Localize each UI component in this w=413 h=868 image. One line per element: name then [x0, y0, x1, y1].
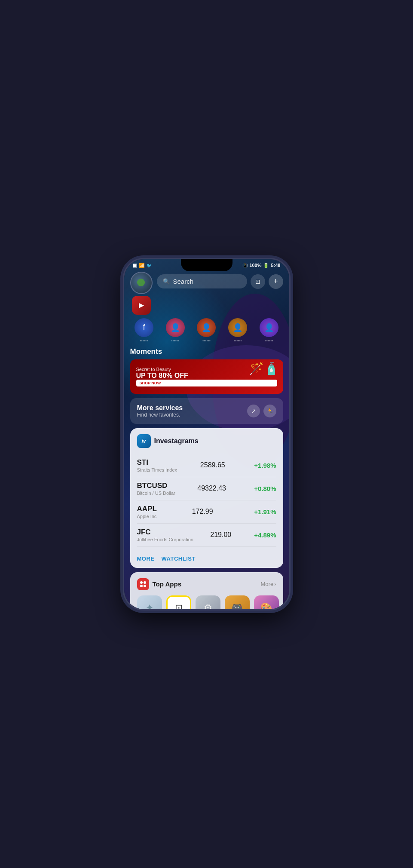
friend-name-4: ••••••: [227, 339, 248, 343]
friend-item-3[interactable]: 👤 ••••••: [193, 318, 220, 343]
stock-change-sti: +1.98%: [248, 462, 276, 469]
investagrams-logo: iv: [137, 434, 151, 448]
stock-row-btc[interactable]: BTCUSD Bitcoin / US Dollar 49322.43 +0.8…: [137, 477, 276, 500]
more-services-title: More services: [137, 404, 183, 412]
phone-frame: ▣ 📶 🐦 📳 100% 🔋 5:48 ▶: [123, 258, 291, 610]
notification-icon: 🐦: [147, 263, 152, 268]
avatar-sub-icon: ▶: [139, 301, 144, 309]
search-text: Search: [173, 278, 194, 285]
top-apps-left: Top Apps: [137, 578, 182, 590]
friend-name-2: ••••••: [165, 339, 186, 343]
service-icon-arrow: ↗: [251, 408, 256, 414]
app-icon-4[interactable]: 🎮: [225, 595, 250, 609]
friends-row: f •••••• 👤 •••••• 👤 ••••••: [130, 318, 283, 343]
stock-ticker-sti: STI: [137, 458, 177, 467]
friend-name-3: ••••••: [196, 339, 217, 343]
service-icon-person: 🏃: [266, 408, 273, 414]
friend-item-4[interactable]: 👤 ••••••: [224, 318, 252, 343]
stock-name-jfc: Jollibee Foods Corporation: [137, 537, 193, 542]
stock-row-jfc[interactable]: JFC Jollibee Foods Corporation 219.00 +4…: [137, 524, 276, 547]
friend-icon-5: 👤: [264, 323, 274, 332]
friend-item-2[interactable]: 👤 ••••••: [161, 318, 189, 343]
dot-2: [144, 581, 146, 584]
stock-price-jfc: 219.00: [210, 531, 231, 539]
app-icon-2-glyph: ⊡: [175, 602, 183, 609]
watchlist-link[interactable]: WATCHLIST: [162, 555, 196, 562]
stock-name-sti: Straits Times Index: [137, 467, 177, 472]
stock-change-btc: +0.80%: [248, 485, 276, 492]
app-icon-3[interactable]: ⚙: [196, 595, 220, 609]
battery-icon: 🔋: [263, 263, 269, 268]
apps-row: ✦ ⊡ ⚙ 🎮 🎨: [137, 595, 276, 609]
stock-price-btc: 49322.43: [197, 485, 226, 492]
stock-name-btc: Bitcoin / US Dollar: [137, 491, 175, 496]
add-button[interactable]: +: [269, 274, 283, 289]
top-apps-icon-grid: [140, 581, 146, 587]
friend-name-1: ••••••: [133, 339, 155, 343]
banner-cta[interactable]: SHOP NOW: [136, 380, 277, 386]
stock-left-aapl: AAPL Apple Inc: [137, 505, 157, 519]
more-link[interactable]: MORE: [137, 555, 155, 562]
main-content: ▶ 🔍 Search ⊡ +: [124, 270, 289, 609]
stock-left-btc: BTCUSD Bitcoin / US Dollar: [137, 482, 175, 496]
add-icon: +: [273, 277, 278, 286]
avatar-main[interactable]: [130, 272, 153, 294]
vibrate-icon: 📳: [242, 263, 248, 268]
more-services-icons: ↗ 🏃: [247, 405, 276, 417]
search-icon: 🔍: [163, 278, 170, 285]
app-icon-1-glyph: ✦: [146, 602, 153, 609]
notch: [181, 259, 233, 271]
moments-section: Moments Secret to Beauty UP TO 80% OFF S…: [130, 347, 283, 394]
friend-icon-3: 👤: [202, 323, 211, 332]
friend-avatar-3: 👤: [197, 318, 216, 337]
friend-item-1[interactable]: f ••••••: [130, 318, 158, 343]
stock-price-aapl: 172.99: [192, 508, 213, 515]
app-icon-2[interactable]: ⊡: [166, 595, 191, 609]
friend-icon-2: 👤: [171, 323, 180, 332]
more-services-subtitle: Find new favorites.: [137, 412, 183, 418]
search-bar: 🔍 Search ⊡ +: [157, 274, 283, 289]
friend-avatar-2: 👤: [166, 318, 185, 337]
stock-ticker-btc: BTCUSD: [137, 482, 175, 490]
stock-row-sti[interactable]: STI Straits Times Index 2589.65 +1.98%: [137, 454, 276, 477]
top-apps-more[interactable]: More ›: [261, 581, 276, 587]
investagrams-card: iv Investagrams STI Straits Times Index …: [130, 428, 283, 568]
friend-icon-4: 👤: [233, 323, 242, 332]
stock-row-aapl[interactable]: AAPL Apple Inc 172.99 +1.91%: [137, 500, 276, 524]
status-right: 📳 100% 🔋 5:48: [242, 263, 280, 268]
banner-ad[interactable]: Secret to Beauty UP TO 80% OFF SHOP NOW …: [130, 359, 283, 394]
wifi-icon: 📶: [139, 263, 145, 268]
sim-icon: ▣: [133, 263, 137, 268]
search-input[interactable]: 🔍 Search: [157, 274, 247, 288]
banner-image: 🪄🧴: [249, 362, 279, 376]
scan-icon: ⊡: [255, 278, 260, 285]
stock-name-aapl: Apple Inc: [137, 514, 157, 519]
investagrams-header: iv Investagrams: [137, 434, 276, 448]
stock-price-sti: 2589.65: [200, 461, 225, 469]
top-apps-title: Top Apps: [153, 580, 182, 588]
stock-ticker-aapl: AAPL: [137, 505, 157, 513]
friend-avatar-4: 👤: [228, 318, 247, 337]
dot-3: [140, 585, 143, 587]
friend-avatar-5: 👤: [260, 318, 278, 337]
top-apps-card: Top Apps More › ✦ ⊡ ⚙: [130, 572, 283, 609]
app-icon-5-glyph: 🎨: [260, 602, 272, 609]
stock-left-sti: STI Straits Times Index: [137, 458, 177, 472]
investagrams-logo-text: iv: [141, 438, 146, 444]
friend-item-5[interactable]: 👤 ••••••: [255, 318, 283, 343]
more-services-card[interactable]: More services Find new favorites. ↗ 🏃: [130, 398, 283, 424]
app-icon-1[interactable]: ✦: [137, 595, 162, 609]
scan-button[interactable]: ⊡: [251, 274, 265, 289]
moments-title: Moments: [130, 347, 283, 356]
avatar-search-row: ▶ 🔍 Search ⊡ +: [130, 270, 283, 315]
app-icon-5[interactable]: 🎨: [254, 595, 279, 609]
friend-name-5: ••••••: [258, 339, 280, 343]
more-services-text: More services Find new favorites.: [137, 404, 183, 418]
app-icon-4-glyph: 🎮: [231, 602, 243, 609]
friend-avatar-1: f: [135, 318, 153, 337]
stock-left-jfc: JFC Jollibee Foods Corporation: [137, 528, 193, 542]
avatar-sub[interactable]: ▶: [132, 296, 151, 315]
friend-icon-1: f: [143, 323, 145, 332]
top-apps-more-text: More: [261, 581, 274, 587]
top-apps-header: Top Apps More ›: [137, 578, 276, 590]
